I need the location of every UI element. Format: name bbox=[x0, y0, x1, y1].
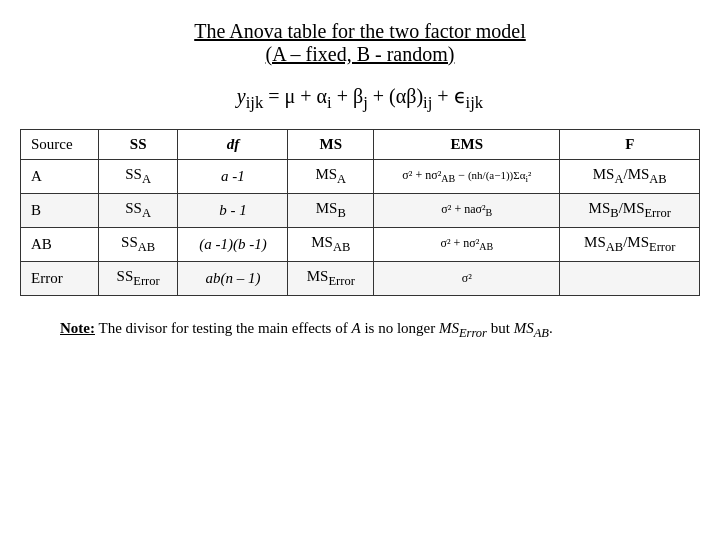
table-row: A SSA a -1 MSA σ² + nσ²AB − (nh/(a−1))Σα… bbox=[21, 160, 700, 194]
title-line1: The Anova table for the two factor model bbox=[194, 20, 526, 43]
cell-ems-a: σ² + nσ²AB − (nh/(a−1))Σαi² bbox=[374, 160, 560, 194]
header-source: Source bbox=[21, 130, 99, 160]
cell-ems-error: σ² bbox=[374, 262, 560, 296]
cell-df-ab: (a -1)(b -1) bbox=[178, 228, 288, 262]
header-ms: MS bbox=[288, 130, 374, 160]
cell-ms-a: MSA bbox=[288, 160, 374, 194]
cell-ems-b: σ² + naσ²B bbox=[374, 194, 560, 228]
header-ems: EMS bbox=[374, 130, 560, 160]
title-line2: (A – fixed, B - random) bbox=[194, 43, 526, 66]
cell-ems-ab: σ² + nσ²AB bbox=[374, 228, 560, 262]
cell-source-a: A bbox=[21, 160, 99, 194]
table-row: AB SSAB (a -1)(b -1) MSAB σ² + nσ²AB MSA… bbox=[21, 228, 700, 262]
cell-df-error: ab(n – 1) bbox=[178, 262, 288, 296]
cell-f-error bbox=[560, 262, 700, 296]
note-text: The divisor for testing the main effects… bbox=[98, 320, 552, 336]
cell-f-a: MSA/MSAB bbox=[560, 160, 700, 194]
cell-ms-b: MSB bbox=[288, 194, 374, 228]
cell-df-b: b - 1 bbox=[178, 194, 288, 228]
cell-f-ab: MSAB/MSError bbox=[560, 228, 700, 262]
cell-source-error: Error bbox=[21, 262, 99, 296]
note-label: Note: bbox=[60, 320, 95, 336]
main-formula: yijk = μ + αi + βj + (αβ)ij + ϵijk bbox=[237, 84, 483, 113]
cell-ss-b: SSA bbox=[98, 194, 178, 228]
note-block: Note: The divisor for testing the main e… bbox=[60, 320, 700, 341]
table-header-row: Source SS df MS EMS F bbox=[21, 130, 700, 160]
header-f: F bbox=[560, 130, 700, 160]
anova-table: Source SS df MS EMS F A SSA a -1 MSA σ² … bbox=[20, 129, 700, 296]
header-df: df bbox=[178, 130, 288, 160]
table-row: B SSA b - 1 MSB σ² + naσ²B MSB/MSError bbox=[21, 194, 700, 228]
table-row: Error SSError ab(n – 1) MSError σ² bbox=[21, 262, 700, 296]
cell-f-b: MSB/MSError bbox=[560, 194, 700, 228]
cell-ms-error: MSError bbox=[288, 262, 374, 296]
header-ss: SS bbox=[98, 130, 178, 160]
cell-df-a: a -1 bbox=[178, 160, 288, 194]
cell-ss-error: SSError bbox=[98, 262, 178, 296]
cell-ss-ab: SSAB bbox=[98, 228, 178, 262]
cell-source-ab: AB bbox=[21, 228, 99, 262]
page-title: The Anova table for the two factor model… bbox=[194, 20, 526, 66]
cell-source-b: B bbox=[21, 194, 99, 228]
cell-ms-ab: MSAB bbox=[288, 228, 374, 262]
cell-ss-a: SSA bbox=[98, 160, 178, 194]
